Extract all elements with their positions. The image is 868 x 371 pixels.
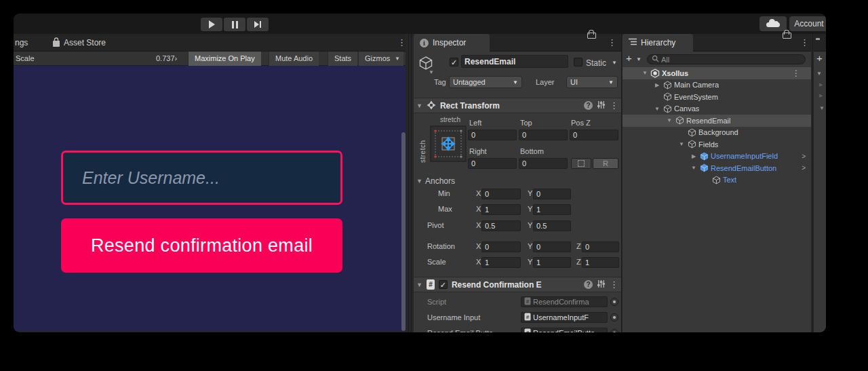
hierarchy-item-main-camera[interactable]: ▶Main Camera [623,79,811,92]
gizmos-caret-icon[interactable]: ▼ [395,56,400,62]
layer-dropdown[interactable]: UI▼ [566,76,618,88]
mute-audio-button[interactable]: Mute Audio [269,52,319,66]
hierarchy-item-canvas[interactable]: ▼Canvas [623,103,811,115]
hierarchy-item-usernameinputfield[interactable]: ▶UsernameInputField> [623,151,811,163]
rt-row-label: Max [438,205,452,213]
pause-button[interactable] [224,18,245,31]
project-add-button[interactable]: + [816,52,823,64]
expand-arrow-icon[interactable]: ▼ [652,106,662,112]
help-icon[interactable]: ? [584,280,593,289]
top-field[interactable]: 0 [519,130,568,140]
foldout-icon[interactable]: ▼ [416,281,422,288]
hierarchy-item-fields[interactable]: ▼Fields [623,138,811,151]
stats-button[interactable]: Stats [328,52,357,66]
anchor-preset-widget[interactable] [430,125,467,163]
rect-transform-kebab-icon[interactable]: ⋮ [610,101,618,110]
help-icon[interactable]: ? [584,101,593,110]
object-picker-icon[interactable] [610,313,618,321]
scene-kebab-icon[interactable]: ⋮ [792,69,800,78]
tab-asset-store[interactable]: Asset Store [64,38,106,47]
resend-email-button[interactable]: Resend confirmation email [61,218,342,273]
gameobject-name-field[interactable]: ResendEmail [461,55,568,68]
create-object-caret-icon[interactable]: ▼ [636,56,642,62]
object-icon: # [524,297,531,307]
component-enabled-checkbox[interactable]: ✓ [439,280,448,289]
open-prefab-chevron-icon[interactable]: > [802,153,806,160]
rt-max-x-field[interactable]: 1 [481,204,521,215]
step-button[interactable] [247,18,269,31]
script-component-header[interactable]: ▼ # ✓ Resend Confirmation E ? ⋮ [414,277,621,292]
expand-arrow-icon[interactable]: ▼ [677,141,686,147]
inspector-kebab-icon[interactable]: ⋮ [608,38,616,47]
static-caret-icon[interactable]: ▼ [612,60,617,66]
rt-scale-z-field[interactable]: 1 [582,257,619,268]
project-foldout-icon[interactable]: ▼ [816,71,822,77]
project-foldout-icon[interactable]: ▼ [819,105,825,111]
raw-mode-button[interactable]: R [593,158,618,169]
hierarchy-item-resendemailbutton[interactable]: ▼ResendEmailButton> [623,162,811,174]
posz-field[interactable]: 0 [570,130,618,140]
anchors-foldout-icon[interactable]: ▼ [416,178,422,184]
search-icon [652,55,659,64]
hierarchy-item-label: ResendEmailButton [709,164,776,172]
blueprint-mode-button[interactable] [571,158,591,169]
rt-row-label: Min [438,189,450,197]
account-button[interactable]: Account [789,16,826,31]
object-reference-field[interactable]: #ResendEmailButto [521,328,608,332]
gameobject-icon-caret[interactable]: ▼ [429,69,434,75]
bottom-field[interactable]: 0 [519,158,568,169]
open-prefab-chevron-icon[interactable]: > [802,164,806,172]
rt-max-y-field[interactable]: 1 [533,204,571,215]
right-field[interactable]: 0 [468,158,517,169]
username-input[interactable]: Enter Username... [61,151,342,205]
hierarchy-item-resendemail[interactable]: ▼ResendEmail [623,115,811,127]
expand-arrow-icon[interactable]: ▶ [652,82,662,88]
rt-scale-y-field[interactable]: 1 [533,257,571,268]
left-field[interactable]: 0 [468,130,517,140]
hierarchy-item-text[interactable]: Text [623,174,811,187]
expand-arrow-icon[interactable]: ▼ [689,165,698,171]
hierarchy-kebab-icon[interactable]: ⋮ [800,38,809,47]
hierarchy-item-label: Xsollus [660,69,688,77]
static-checkbox[interactable] [574,58,583,66]
maximize-on-play-button[interactable]: Maximize On Play [188,52,261,66]
tag-dropdown[interactable]: Untagged▼ [449,76,522,88]
rect-transform-header[interactable]: ▼ Rect Transform ? ⋮ [414,98,621,113]
rt-pivot-x-field[interactable]: 0.5 [481,220,521,231]
rt-rotation-z-field[interactable]: 0 [582,241,619,252]
tag-label: Tag [434,78,446,86]
foldout-icon[interactable]: ▼ [416,102,422,109]
expand-arrow-icon[interactable]: ▼ [640,70,650,76]
rt-min-x-field[interactable]: 0 [481,189,521,199]
hierarchy-item-eventsystem[interactable]: EventSystem [623,91,811,103]
play-button[interactable] [201,18,222,31]
rt-pivot-y-field[interactable]: 0.5 [533,220,571,231]
axis-label: Z [576,242,581,250]
presets-icon[interactable] [597,100,606,111]
layer-label: Layer [536,78,555,86]
tab-inspector[interactable]: i Inspector [414,34,490,52]
create-object-button[interactable]: + [626,52,632,64]
game-tab-kebab-icon[interactable]: ⋮ [397,38,406,47]
tab-hierarchy[interactable]: Hierarchy [623,34,693,52]
presets-icon[interactable] [597,279,606,290]
tab-partial-settings[interactable]: ngs [15,38,28,47]
active-checkbox[interactable]: ✓ [450,58,458,66]
rt-min-y-field[interactable]: 0 [533,189,571,199]
stretch-label-side: stretch [419,128,427,163]
object-picker-icon[interactable] [610,298,618,306]
rt-rotation-x-field[interactable]: 0 [481,241,521,252]
expand-arrow-icon[interactable]: ▶ [689,153,698,159]
expand-arrow-icon[interactable]: ▼ [665,117,674,123]
game-scrollbar[interactable] [401,132,406,331]
script-component-kebab-icon[interactable]: ⋮ [610,280,618,289]
object-reference-field[interactable]: #ResendConfirma [521,296,608,307]
hierarchy-item-background[interactable]: Background [623,127,811,139]
rt-rotation-y-field[interactable]: 0 [533,241,571,252]
cloud-services-button[interactable] [760,16,787,31]
rt-scale-x-field[interactable]: 1 [481,257,521,268]
object-picker-icon[interactable] [610,329,618,332]
object-reference-field[interactable]: #UsernameInputF [521,312,608,323]
hierarchy-item-xsollus[interactable]: ▼Xsollus⋮ [623,67,811,79]
hierarchy-search-input[interactable]: All [647,54,806,64]
